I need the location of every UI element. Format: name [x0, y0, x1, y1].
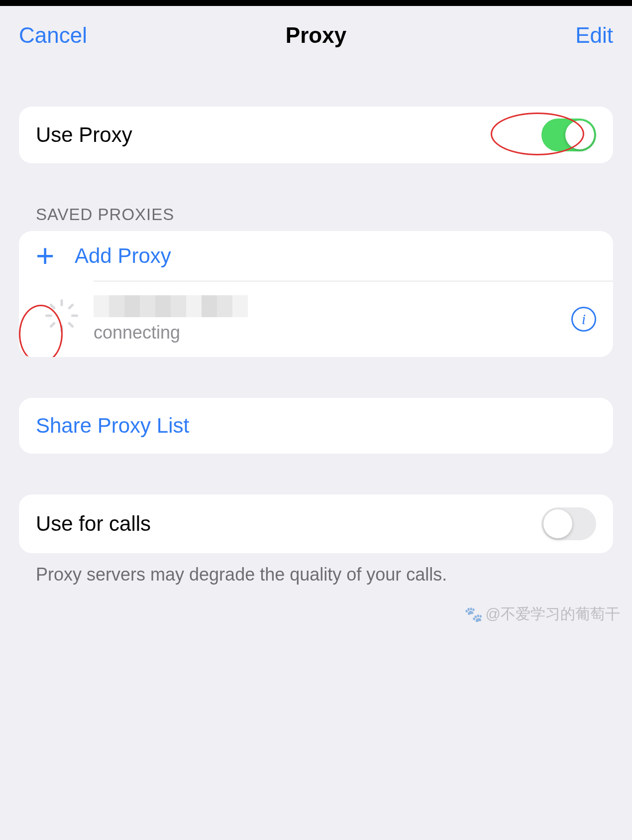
add-proxy-row[interactable]: + Add Proxy — [19, 231, 613, 281]
use-for-calls-toggle[interactable] — [541, 507, 596, 540]
saved-proxies-header: SAVED PROXIES — [36, 205, 613, 224]
proxy-entry-text: connecting — [94, 295, 571, 343]
page-title: Proxy — [286, 23, 346, 47]
use-for-calls-group: Use for calls — [19, 494, 613, 553]
share-proxy-list-label: Share Proxy List — [36, 414, 596, 438]
plus-icon: + — [36, 240, 75, 272]
info-icon[interactable]: i — [571, 307, 596, 332]
watermark: 🐾 @不爱学习的葡萄干 — [464, 604, 620, 624]
settings-sheet: Cancel Proxy Edit Use Proxy SAVED PROXIE… — [0, 6, 632, 585]
use-proxy-group: Use Proxy — [19, 107, 613, 163]
paw-icon: 🐾 — [464, 605, 483, 623]
status-bar-black — [0, 0, 632, 6]
proxy-status: connecting — [94, 322, 571, 343]
share-proxy-list-row[interactable]: Share Proxy List — [19, 398, 613, 454]
toggle-knob — [565, 120, 594, 149]
share-group: Share Proxy List — [19, 398, 613, 454]
toggle-knob — [543, 509, 572, 538]
spinner-icon — [51, 309, 72, 330]
edit-button[interactable]: Edit — [575, 23, 613, 48]
cancel-button[interactable]: Cancel — [19, 23, 87, 48]
calls-footer-text: Proxy servers may degrade the quality of… — [36, 564, 613, 585]
saved-proxies-group: + Add Proxy — [19, 231, 613, 357]
use-proxy-row: Use Proxy — [19, 107, 613, 163]
header-bar: Cancel Proxy Edit — [0, 6, 632, 58]
use-for-calls-label: Use for calls — [36, 512, 541, 536]
proxy-entry-row[interactable]: connecting i — [19, 281, 613, 357]
use-proxy-label: Use Proxy — [36, 123, 541, 147]
use-for-calls-row: Use for calls — [19, 494, 613, 553]
proxy-address-redacted — [94, 295, 248, 317]
use-proxy-toggle[interactable] — [541, 119, 596, 151]
watermark-text: @不爱学习的葡萄干 — [486, 604, 620, 624]
add-proxy-label: Add Proxy — [75, 244, 596, 268]
